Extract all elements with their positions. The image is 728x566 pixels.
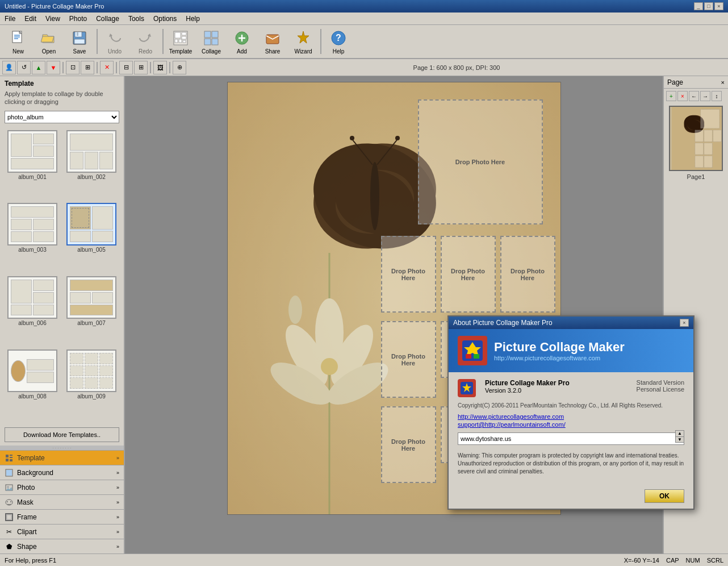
about-dialog: About Picture Collage Maker Pro × Pictur… xyxy=(447,315,694,510)
about-ok-button[interactable]: OK xyxy=(645,489,684,503)
about-dialog-title: About Picture Collage Maker Pro xyxy=(453,319,553,327)
about-dialog-app-info: Picture Collage Maker http://www.picture… xyxy=(494,340,625,361)
about-app-url: http://www.picturecollagesoftware.com xyxy=(494,355,625,361)
about-input-field[interactable] xyxy=(458,432,684,445)
about-dialog-header: Picture Collage Maker http://www.picture… xyxy=(449,329,693,372)
about-version-num: Version 3.2.0 xyxy=(485,387,627,394)
about-version-name: Picture Collage Maker Pro xyxy=(485,379,627,387)
svg-rect-77 xyxy=(466,354,471,359)
about-license-info: Standard Version Personal License xyxy=(637,379,684,393)
about-ok-row: OK xyxy=(449,487,693,509)
about-version-icon xyxy=(458,379,476,397)
dialog-overlay: About Picture Collage Maker Pro × Pictur… xyxy=(0,0,728,566)
about-dialog-title-bar: About Picture Collage Maker Pro × xyxy=(449,317,693,329)
about-version-row: Picture Collage Maker Pro Version 3.2.0 … xyxy=(458,379,684,397)
about-link-support[interactable]: support@http://pearlmountainsoft.com/ xyxy=(458,421,684,428)
about-license-detail: Personal License xyxy=(637,386,684,393)
about-app-name: Picture Collage Maker xyxy=(494,340,625,355)
about-version-info: Picture Collage Maker Pro Version 3.2.0 xyxy=(485,379,627,394)
about-copyright: Copyright(C) 2006-2011 PearlMountain Tec… xyxy=(458,402,684,410)
about-dialog-close-btn[interactable]: × xyxy=(680,319,689,327)
about-link-website[interactable]: http://www.picturecollagesoftware.com xyxy=(458,413,684,420)
about-license-type: Standard Version xyxy=(637,379,684,386)
about-input-container: ▲ ▼ xyxy=(458,430,684,447)
about-dialog-logo xyxy=(458,336,487,365)
svg-rect-78 xyxy=(474,354,479,359)
about-dialog-body: Picture Collage Maker Pro Version 3.2.0 … xyxy=(449,372,693,487)
scroll-down-btn[interactable]: ▼ xyxy=(676,437,684,443)
scroll-up-btn[interactable]: ▲ xyxy=(676,431,684,437)
about-warning: Warning: This computer program is protec… xyxy=(458,452,684,476)
about-scroll-bar: ▲ ▼ xyxy=(675,430,684,443)
